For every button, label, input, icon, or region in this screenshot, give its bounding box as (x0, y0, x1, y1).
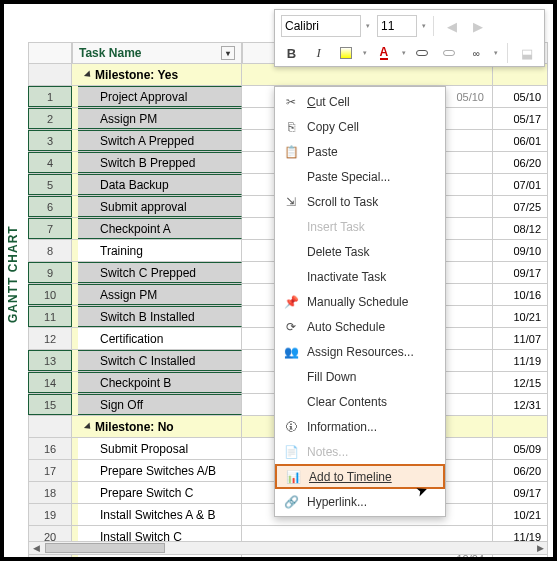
font-color-button[interactable]: A (373, 42, 394, 64)
date-cell[interactable]: 09/17 (493, 482, 548, 503)
menu-copy[interactable]: ⎘Copy Cell (275, 114, 445, 139)
date-cell[interactable]: 06/20 (493, 460, 548, 481)
fill-color-button[interactable] (335, 42, 356, 64)
rownum[interactable]: 11 (28, 306, 72, 327)
rownum[interactable]: 17 (28, 460, 72, 481)
date-cell[interactable]: 11/07 (493, 328, 548, 349)
task-cell[interactable]: Data Backup (78, 174, 242, 195)
rownum[interactable]: 16 (28, 438, 72, 459)
task-cell[interactable]: Switch C Installed (78, 350, 242, 371)
rownum[interactable]: 19 (28, 504, 72, 525)
task-cell[interactable]: Certification (78, 328, 242, 349)
menu-scroll-task[interactable]: ⇲Scroll to Task (275, 189, 445, 214)
group-label[interactable]: Milestone: Yes (78, 64, 242, 85)
task-cell[interactable]: Prepare Switch C (78, 482, 242, 503)
font-size-select[interactable] (377, 15, 417, 37)
percent-button[interactable]: ∞ (466, 42, 487, 64)
menu-assign[interactable]: 👥Assign Resources... (275, 339, 445, 364)
task-cell[interactable]: Submit approval (78, 196, 242, 217)
task-name-header[interactable]: Task Name ▾ (72, 42, 242, 64)
scroll-icon: ⇲ (281, 194, 301, 210)
rownum[interactable]: 4 (28, 152, 72, 173)
scroll-right-icon[interactable]: ▶ (533, 542, 547, 554)
menu-notes: 📄Notes... (275, 439, 445, 464)
date-cell[interactable]: 07/25 (493, 196, 548, 217)
menu-paste[interactable]: 📋Paste (275, 139, 445, 164)
date-cell[interactable]: 05/17 (493, 108, 548, 129)
menu-delete-task[interactable]: Delete Task (275, 239, 445, 264)
rownum[interactable]: 14 (28, 372, 72, 393)
rownum[interactable]: 12 (28, 328, 72, 349)
task-cell[interactable]: Switch B Installed (78, 306, 242, 327)
task-cell[interactable]: Assign PM (78, 284, 242, 305)
date-cell[interactable]: 05/09 (493, 438, 548, 459)
rownum[interactable]: 9 (28, 262, 72, 283)
unlink-button[interactable] (439, 42, 460, 64)
rownum[interactable]: 5 (28, 174, 72, 195)
date-cell[interactable]: 08/12 (493, 218, 548, 239)
task-cell[interactable]: Checkpoint B (78, 372, 242, 393)
menu-cut[interactable]: ✂CCut Cellut Cell (275, 89, 445, 114)
menu-inactivate[interactable]: Inactivate Task (275, 264, 445, 289)
context-menu: ✂CCut Cellut Cell ⎘Copy Cell 📋Paste Past… (274, 86, 446, 517)
rownum[interactable]: 2 (28, 108, 72, 129)
group-label[interactable]: Milestone: No (78, 416, 242, 437)
date-cell[interactable]: 12/31 (493, 394, 548, 415)
task-cell[interactable]: Switch A Prepped (78, 130, 242, 151)
timeline-icon: 📊 (283, 469, 303, 485)
date-cell[interactable]: 05/10 (493, 86, 548, 107)
menu-paste-special[interactable]: Paste Special... (275, 164, 445, 189)
task-cell[interactable]: Install Switches A & B (78, 504, 242, 525)
task-cell[interactable]: Prepare Switches A/B (78, 460, 242, 481)
horizontal-scrollbar[interactable]: ◀ ▶ (28, 541, 548, 555)
date-cell[interactable]: 09/10 (493, 240, 548, 261)
menu-manual[interactable]: 📌Manually Schedule (275, 289, 445, 314)
menu-clear[interactable]: Clear Contents (275, 389, 445, 414)
task-cell[interactable]: Submit Proposal (78, 438, 242, 459)
font-family-select[interactable] (281, 15, 361, 37)
note-icon: 📄 (281, 444, 301, 460)
filter-dropdown-icon[interactable]: ▾ (221, 46, 235, 60)
rownum[interactable]: 8 (28, 240, 72, 261)
indent-icon: ▶ (467, 15, 489, 37)
date-cell[interactable]: 07/01 (493, 174, 548, 195)
group-row[interactable]: Milestone: Yes (28, 64, 548, 86)
date-cell[interactable]: 09/17 (493, 262, 548, 283)
rownum[interactable]: 6 (28, 196, 72, 217)
date-cell[interactable]: 06/20 (493, 152, 548, 173)
paste-icon: 📋 (281, 144, 301, 160)
date-cell[interactable]: 10/21 (493, 504, 548, 525)
task-cell[interactable]: Sign Off (78, 394, 242, 415)
scroll-thumb[interactable] (45, 543, 165, 553)
bold-button[interactable]: B (281, 42, 302, 64)
task-cell[interactable]: Switch B Prepped (78, 152, 242, 173)
date-cell[interactable]: 11/19 (493, 350, 548, 371)
rownum[interactable]: 10 (28, 284, 72, 305)
date-cell[interactable]: 06/01 (493, 130, 548, 151)
date-cell[interactable]: 10/21 (493, 306, 548, 327)
rownum (28, 64, 72, 85)
collapse-icon[interactable] (84, 70, 93, 79)
task-cell[interactable]: Assign PM (78, 108, 242, 129)
italic-button[interactable]: I (308, 42, 329, 64)
date-cell[interactable]: 12/15 (493, 372, 548, 393)
task-cell[interactable]: Switch C Prepped (78, 262, 242, 283)
rownum[interactable]: 7 (28, 218, 72, 239)
rownum[interactable]: 13 (28, 350, 72, 371)
menu-information[interactable]: 🛈Information... (275, 414, 445, 439)
rownum[interactable]: 1 (28, 86, 72, 107)
task-cell[interactable]: Training (78, 240, 242, 261)
rownum (28, 416, 72, 437)
link-button[interactable] (412, 42, 433, 64)
menu-auto[interactable]: ⟳Auto Schedule (275, 314, 445, 339)
rownum[interactable]: 18 (28, 482, 72, 503)
rownum[interactable]: 3 (28, 130, 72, 151)
task-cell[interactable]: Checkpoint A (78, 218, 242, 239)
date-cell[interactable]: 10/16 (493, 284, 548, 305)
menu-fill-down[interactable]: Fill Down (275, 364, 445, 389)
scroll-left-icon[interactable]: ◀ (29, 542, 43, 554)
collapse-icon[interactable] (84, 422, 93, 431)
task-cell[interactable]: Project Approval (78, 86, 242, 107)
rownum[interactable]: 15 (28, 394, 72, 415)
pin-icon: 📌 (281, 294, 301, 310)
